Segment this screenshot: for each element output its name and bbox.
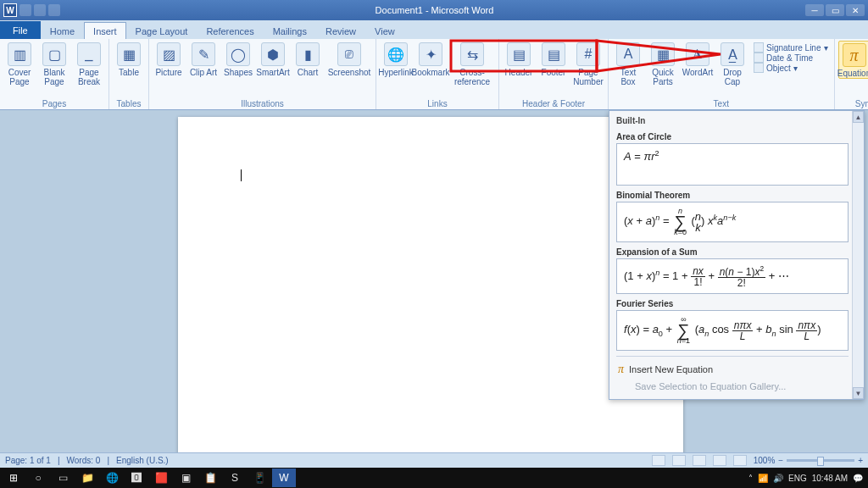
qat-save-icon[interactable] [19, 4, 31, 16]
table-button[interactable]: ▦Table [113, 41, 145, 77]
tray-network-icon[interactable]: 📶 [758, 474, 768, 483]
window-title: Document1 - Microsoft Word [64, 5, 805, 15]
insert-new-equation[interactable]: πInsert New Equation [616, 360, 849, 379]
zoom-control[interactable]: 100% − + [754, 456, 863, 465]
quickparts-button[interactable]: ▦Quick Parts [647, 41, 679, 86]
tab-mailings[interactable]: Mailings [264, 22, 316, 39]
textbox-button[interactable]: AText Box [612, 41, 644, 86]
taskbar-app-1[interactable]: 📁 [75, 469, 99, 487]
scroll-down-icon[interactable]: ▼ [853, 387, 864, 399]
document-page[interactable] [178, 117, 683, 452]
zoom-out-button[interactable]: − [778, 456, 783, 465]
wordart-icon: 𝐀 [686, 42, 709, 66]
tray-volume-icon[interactable]: 🔊 [773, 474, 783, 483]
qat-redo-icon[interactable] [48, 4, 60, 16]
tab-references[interactable]: References [197, 22, 263, 39]
tray-language[interactable]: ENG [788, 474, 807, 483]
tray-up-icon[interactable]: ˄ [748, 474, 753, 483]
blank-page-button[interactable]: ▢Blank Page [38, 41, 70, 86]
tab-home[interactable]: Home [41, 22, 84, 39]
eq-expansion-of-sum[interactable]: (1 + x)n = 1 + nx1! + n(n − 1)x22! + ⋯ [616, 258, 849, 294]
start-button[interactable]: ⊞ [2, 469, 25, 487]
status-words[interactable]: Words: 0 [67, 456, 101, 465]
view-fullscreen-icon[interactable] [672, 455, 686, 466]
smartart-button[interactable]: ⬢SmartArt [257, 41, 289, 77]
clipart-icon: ✎ [192, 42, 215, 66]
tab-insert[interactable]: Insert [84, 22, 126, 39]
clipart-button[interactable]: ✎Clip Art [187, 41, 220, 77]
qat-undo-icon[interactable] [34, 4, 46, 16]
date-time-button[interactable]: Date & Time [754, 53, 828, 63]
eq-fourier-series[interactable]: f(x) = a0 + ∞∑n=1 (an cos nπxL + bn sin … [616, 310, 849, 351]
view-outline-icon[interactable] [713, 455, 726, 466]
tray-clock[interactable]: 10:48 AM [812, 474, 848, 483]
status-language[interactable]: English (U.S.) [116, 456, 169, 465]
chart-button[interactable]: ▮Chart [292, 41, 324, 77]
task-view-button[interactable]: ▭ [51, 469, 75, 487]
view-draft-icon[interactable] [733, 455, 747, 466]
taskbar-app-5[interactable]: ▣ [174, 469, 198, 487]
group-pages: ▥Cover Page ▢Blank Page ⎯Page Break Page… [0, 39, 109, 109]
equation-button[interactable]: πEquation [838, 41, 869, 79]
dropcap-icon: A̲ [721, 42, 744, 66]
cover-page-button[interactable]: ▥Cover Page [3, 41, 36, 86]
group-tables: ▦Table Tables [109, 39, 149, 109]
page-break-button[interactable]: ⎯Page Break [73, 41, 105, 86]
eq-label-binomial: Binomial Theorem [616, 191, 849, 200]
screenshot-button[interactable]: ⎚Screenshot [326, 41, 372, 77]
taskbar-app-2[interactable]: 🌐 [100, 469, 124, 487]
eq-label-area-circle: Area of Circle [616, 132, 849, 141]
tab-view[interactable]: View [365, 22, 404, 39]
picture-button[interactable]: ▨Picture [153, 41, 185, 77]
tab-page-layout[interactable]: Page Layout [126, 22, 198, 39]
taskbar-app-3[interactable]: 🅾 [125, 469, 148, 487]
tray-notifications-icon[interactable]: 💬 [853, 474, 863, 483]
system-tray[interactable]: ˄ 📶 🔊 ENG 10:48 AM 💬 [748, 474, 866, 483]
taskbar-app-7[interactable]: S [223, 469, 247, 487]
close-button[interactable]: ✕ [846, 4, 865, 16]
gallery-header: Built-In [616, 114, 849, 127]
view-web-icon[interactable] [693, 455, 706, 466]
scroll-up-icon[interactable]: ▲ [853, 111, 864, 123]
pi-icon: π [843, 43, 866, 67]
group-label: Pages [3, 99, 105, 109]
taskbar-app-6[interactable]: 📋 [198, 469, 222, 487]
word-app-icon[interactable]: W [3, 3, 17, 17]
taskbar-app-4[interactable]: 🟥 [149, 469, 173, 487]
wordart-button[interactable]: 𝐀WordArt [682, 41, 714, 77]
page-number-icon: # [576, 42, 600, 66]
shapes-button[interactable]: ◯Shapes [222, 41, 254, 77]
hyperlink-icon: 🌐 [384, 42, 408, 66]
dropcap-button[interactable]: A̲Drop Cap [716, 41, 748, 86]
minimize-button[interactable]: ─ [805, 4, 824, 16]
zoom-slider[interactable] [787, 459, 854, 462]
picture-icon: ▨ [157, 42, 181, 66]
eq-label-fourier: Fourier Series [616, 299, 849, 308]
signature-line-button[interactable]: Signature Line ▾ [754, 42, 828, 53]
status-page[interactable]: Page: 1 of 1 [5, 456, 51, 465]
hyperlink-button[interactable]: 🌐Hyperlink [380, 41, 412, 77]
tab-file[interactable]: File [0, 21, 41, 39]
chart-icon: ▮ [296, 42, 320, 66]
header-button[interactable]: ▤Header [503, 41, 535, 77]
quickparts-icon: ▦ [651, 42, 675, 66]
page-break-icon: ⎯ [77, 42, 101, 66]
search-button[interactable]: ○ [26, 469, 50, 487]
eq-binomial-theorem[interactable]: (x + a)n = n∑k=0 (nk) xkan−k [616, 202, 849, 242]
eq-area-of-circle[interactable]: A = πr2 [616, 143, 849, 186]
pi-icon: π [618, 363, 624, 376]
gallery-scrollbar[interactable]: ▲ ▼ [852, 111, 864, 399]
page-number-button[interactable]: #Page Number [572, 41, 604, 86]
tab-review[interactable]: Review [316, 22, 365, 39]
maximize-button[interactable]: ▭ [826, 4, 844, 16]
text-cursor [241, 169, 242, 181]
zoom-in-button[interactable]: + [858, 456, 863, 465]
view-print-layout-icon[interactable] [652, 455, 665, 466]
taskbar-word[interactable]: W [272, 469, 296, 487]
footer-button[interactable]: ▤Footer [537, 41, 570, 77]
taskbar-app-8[interactable]: 📱 [248, 469, 271, 487]
bookmark-button[interactable]: ✦Bookmark [415, 41, 447, 77]
group-illustrations: ▨Picture ✎Clip Art ◯Shapes ⬢SmartArt ▮Ch… [149, 39, 376, 109]
crossref-button[interactable]: ⇆Cross-reference [449, 41, 495, 86]
object-button[interactable]: Object ▾ [754, 63, 828, 73]
